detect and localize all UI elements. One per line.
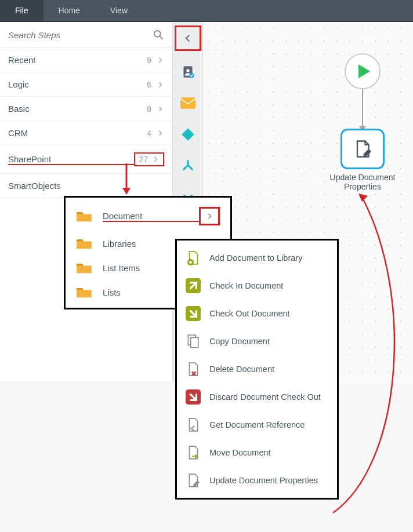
annotation-redbox: 27 [134,152,164,166]
connector-line [362,89,363,129]
category-sharepoint[interactable]: SharePoint 27 [0,145,172,174]
action-label: Check Out Document [209,309,329,318]
play-icon [358,64,370,78]
category-count: 9 [147,56,151,65]
action-discard-checkout[interactable]: Discard Document Check Out [177,383,337,411]
chevron-right-icon [151,155,160,163]
rail-clipboard-button[interactable] [177,61,198,82]
action-label: Move Document [209,448,329,457]
step-node-update-doc[interactable] [340,129,385,169]
rail-decision-button[interactable] [177,124,198,145]
document-add-icon [186,250,201,265]
document-edit-icon [186,473,201,488]
chevron-right-icon [156,56,164,64]
start-node[interactable] [345,53,381,89]
action-label: Discard Document Check Out [209,392,329,402]
category-count: 6 [147,80,151,89]
category-logic[interactable]: Logic 6 [0,72,172,97]
collapse-panel-button[interactable] [177,28,198,49]
svg-point-3 [186,69,189,72]
svg-rect-5 [180,97,195,109]
document-ref-icon [186,417,201,432]
category-smartobjects[interactable]: SmartObjects [0,174,172,198]
move-document-icon [186,445,201,460]
rail-split-button[interactable] [177,155,198,176]
rail-mail-button[interactable] [177,93,198,114]
action-update-properties[interactable]: Update Document Properties [177,467,337,494]
chevron-right-icon [156,105,164,113]
menubar: File Home View [0,0,413,22]
action-label: Add Document to Library [209,253,329,263]
folder-icon [76,286,92,298]
envelope-icon [180,97,195,109]
check-in-icon [186,278,201,293]
category-label: SharePoint [8,154,134,165]
action-delete-document[interactable]: Delete Document [177,355,337,383]
svg-point-0 [154,31,161,37]
chevron-left-icon [183,33,193,43]
svg-line-1 [160,37,163,39]
document-actions-flyout: Add Document to Library Check In Documen… [175,239,339,500]
delete-document-icon [186,362,201,377]
action-label: Delete Document [209,365,329,374]
annotation-redbox [175,25,201,51]
diamond-icon [180,127,195,142]
category-label: CRM [8,128,147,138]
chevron-right-icon [156,129,164,137]
category-count: 8 [147,104,151,114]
action-label: Get Document Reference [209,420,329,429]
folder-icon [76,261,92,274]
clipboard-user-icon [180,64,195,79]
menu-view[interactable]: View [95,0,143,21]
action-label: Copy Document [209,337,329,346]
action-label: Check In Document [209,281,329,290]
svg-rect-10 [191,338,198,348]
menu-file[interactable]: File [0,0,44,21]
category-label: Logic [8,79,147,89]
menu-home[interactable]: Home [44,0,95,21]
chevron-right-icon [156,81,164,89]
action-move-document[interactable]: Move Document [177,439,337,467]
category-count: 4 [147,129,151,138]
discard-icon [186,389,201,405]
folder-icon [76,210,92,223]
action-get-reference[interactable]: Get Document Reference [177,411,337,439]
category-recent[interactable]: Recent 9 [0,48,172,72]
action-check-out[interactable]: Check Out Document [177,300,337,327]
action-check-in[interactable]: Check In Document [177,272,337,300]
category-count: 27 [139,155,148,164]
check-out-icon [186,306,201,321]
split-arrows-icon [180,158,195,173]
folder-icon [76,237,92,250]
chevron-right-icon [205,212,213,220]
copy-icon [186,334,201,349]
search-row [0,22,172,48]
annotation-redbox [199,207,220,225]
category-label: Basic [8,104,147,114]
category-label: SmartObjects [8,181,164,191]
category-basic[interactable]: Basic 8 [0,97,172,121]
action-add-document[interactable]: Add Document to Library [177,244,337,272]
action-label: Update Document Properties [209,476,329,485]
category-label: Recent [8,55,147,65]
action-copy-document[interactable]: Copy Document [177,327,337,355]
search-input[interactable] [8,30,153,40]
step-node-label: Update Document Properties [319,173,406,191]
document-edit-icon [352,139,373,159]
category-crm[interactable]: CRM 4 [0,121,172,145]
flyout-item-label: Document [103,211,199,222]
flyout-item-document[interactable]: Document [66,201,230,231]
search-icon[interactable] [153,29,164,41]
